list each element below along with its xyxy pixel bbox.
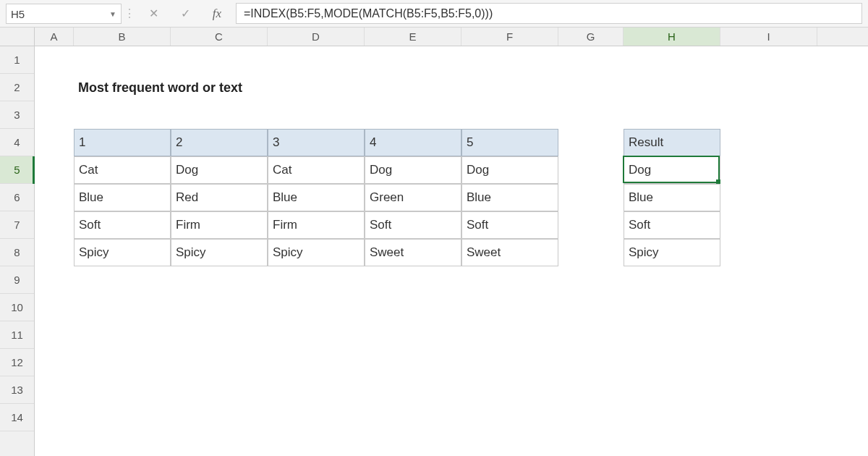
row-header-14[interactable]: 14 <box>0 404 34 431</box>
fx-icon[interactable]: fx <box>201 0 233 27</box>
formula-text: =INDEX(B5:F5,MODE(MATCH(B5:F5,B5:F5,0))) <box>244 7 493 20</box>
data-header-4[interactable]: 4 <box>365 129 461 156</box>
cells-area[interactable]: Most frequent word or text12345ResultCat… <box>35 46 868 456</box>
result-header[interactable]: Result <box>624 129 720 156</box>
result-cell-2[interactable]: Blue <box>624 184 720 211</box>
data-cell-r1-c1[interactable]: Cat <box>74 156 171 184</box>
data-cell-r3-c1[interactable]: Soft <box>74 211 171 239</box>
data-cell-r4-c3[interactable]: Spicy <box>268 239 365 266</box>
select-all-corner[interactable] <box>0 28 35 46</box>
column-header-G[interactable]: G <box>558 28 624 46</box>
column-header-I[interactable]: I <box>720 28 817 46</box>
data-cell-r2-c3[interactable]: Blue <box>268 184 365 211</box>
row-header-11[interactable]: 11 <box>0 321 34 349</box>
result-cell-1[interactable]: Dog <box>624 156 720 184</box>
row-header-10[interactable]: 10 <box>0 294 34 321</box>
column-header-H[interactable]: H <box>624 28 720 46</box>
data-cell-r3-c4[interactable]: Soft <box>365 211 461 239</box>
column-headers: ABCDEFGHI <box>35 28 868 46</box>
row-header-7[interactable]: 7 <box>0 211 34 239</box>
name-box-value: H5 <box>11 8 25 20</box>
result-cell-4[interactable]: Spicy <box>624 239 720 266</box>
data-cell-r3-c5[interactable]: Soft <box>461 211 558 239</box>
name-box-wrap: H5 ▼ <box>0 0 122 28</box>
data-cell-r2-c1[interactable]: Blue <box>74 184 171 211</box>
data-header-1[interactable]: 1 <box>74 129 171 156</box>
column-header-A[interactable]: A <box>35 28 74 46</box>
row-header-9[interactable]: 9 <box>0 266 34 294</box>
row-header-8[interactable]: 8 <box>0 239 34 266</box>
data-cell-r4-c4[interactable]: Sweet <box>365 239 461 266</box>
formula-bar-divider-icon: ⋮ <box>122 0 137 27</box>
row-header-2[interactable]: 2 <box>0 74 34 101</box>
row-header-12[interactable]: 12 <box>0 349 34 376</box>
row-header-4[interactable]: 4 <box>0 129 34 156</box>
column-header-B[interactable]: B <box>74 28 171 46</box>
row-header-6[interactable]: 6 <box>0 184 34 211</box>
column-header-E[interactable]: E <box>365 28 461 46</box>
data-header-3[interactable]: 3 <box>268 129 365 156</box>
row-header-5[interactable]: 5 <box>0 156 34 184</box>
data-cell-r1-c2[interactable]: Dog <box>171 156 268 184</box>
data-cell-r1-c5[interactable]: Dog <box>461 156 558 184</box>
active-row-indicator <box>33 156 35 184</box>
row-header-3[interactable]: 3 <box>0 101 34 129</box>
column-header-F[interactable]: F <box>461 28 558 46</box>
column-header-C[interactable]: C <box>171 28 268 46</box>
data-header-5[interactable]: 5 <box>461 129 558 156</box>
name-box-dropdown-icon[interactable]: ▼ <box>109 10 116 18</box>
data-cell-r2-c5[interactable]: Blue <box>461 184 558 211</box>
page-title: Most frequent word or text <box>74 74 508 101</box>
data-cell-r4-c5[interactable]: Sweet <box>461 239 558 266</box>
name-box[interactable]: H5 ▼ <box>6 4 122 24</box>
row-header-1[interactable]: 1 <box>0 46 34 74</box>
worksheet-grid[interactable]: ABCDEFGHI 1234567891011121314 Most frequ… <box>0 28 868 456</box>
column-header-D[interactable]: D <box>268 28 365 46</box>
row-headers: 1234567891011121314 <box>0 46 35 456</box>
result-cell-3[interactable]: Soft <box>624 211 720 239</box>
cancel-icon[interactable]: ✕ <box>137 0 169 27</box>
data-cell-r3-c3[interactable]: Firm <box>268 211 365 239</box>
data-cell-r3-c2[interactable]: Firm <box>171 211 268 239</box>
data-cell-r2-c4[interactable]: Green <box>365 184 461 211</box>
formula-input[interactable]: =INDEX(B5:F5,MODE(MATCH(B5:F5,B5:F5,0))) <box>236 3 862 24</box>
row-header-13[interactable]: 13 <box>0 376 34 404</box>
data-cell-r2-c2[interactable]: Red <box>171 184 268 211</box>
accept-icon[interactable]: ✓ <box>169 0 201 27</box>
data-header-2[interactable]: 2 <box>171 129 268 156</box>
data-cell-r1-c3[interactable]: Cat <box>268 156 365 184</box>
data-cell-r4-c1[interactable]: Spicy <box>74 239 171 266</box>
data-cell-r1-c4[interactable]: Dog <box>365 156 461 184</box>
data-cell-r4-c2[interactable]: Spicy <box>171 239 268 266</box>
formula-bar: H5 ▼ ⋮ ✕ ✓ fx =INDEX(B5:F5,MODE(MATCH(B5… <box>0 0 868 28</box>
